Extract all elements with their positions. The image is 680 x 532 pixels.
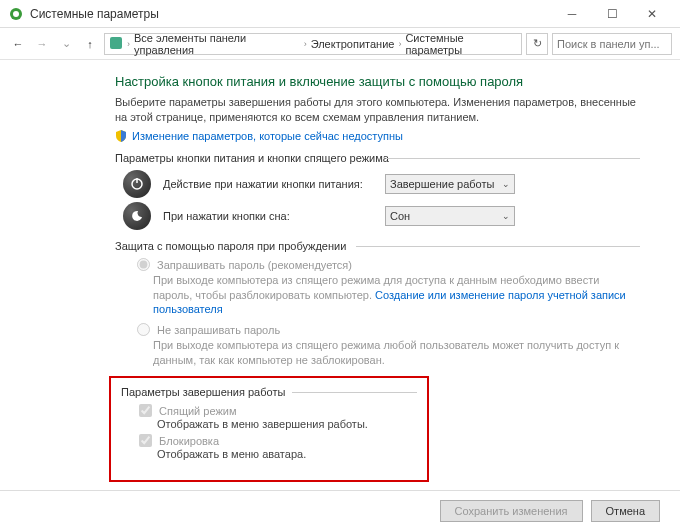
sleep-button-dropdown[interactable]: Сон⌄ xyxy=(385,206,515,226)
back-button[interactable]: ← xyxy=(8,34,28,54)
page-intro: Выберите параметры завершения работы для… xyxy=(115,95,640,126)
checkbox-sleep-desc: Отображать в меню завершения работы. xyxy=(157,418,417,430)
checkbox-lock: Блокировка xyxy=(139,434,417,447)
forward-button[interactable]: → xyxy=(32,34,52,54)
radio-no-password: Не запрашивать пароль xyxy=(137,323,640,336)
password-section-title: Защита с помощью пароля при пробуждении xyxy=(115,240,640,252)
recent-locations-icon[interactable]: ⌄ xyxy=(56,34,76,54)
power-icon xyxy=(123,170,151,198)
close-button[interactable]: ✕ xyxy=(632,0,672,28)
refresh-button[interactable]: ↻ xyxy=(526,33,548,55)
checkbox-lock-desc: Отображать в меню аватара. xyxy=(157,448,417,460)
radio-require-password-input xyxy=(137,258,150,271)
footer: Сохранить изменения Отмена xyxy=(0,490,680,530)
minimize-button[interactable]: ─ xyxy=(552,0,592,28)
sleep-icon xyxy=(123,202,151,230)
checkbox-lock-input xyxy=(139,434,152,447)
window-title: Системные параметры xyxy=(30,7,552,21)
radio-no-password-desc: При выходе компьютера из спящего режима … xyxy=(153,338,640,368)
checkbox-sleep: Спящий режим xyxy=(139,404,417,417)
search-input[interactable] xyxy=(552,33,672,55)
highlighted-region: Параметры завершения работы Спящий режим… xyxy=(109,376,429,482)
app-icon xyxy=(8,6,24,22)
radio-no-password-input xyxy=(137,323,150,336)
shield-icon xyxy=(115,130,127,142)
checkbox-sleep-input xyxy=(139,404,152,417)
chevron-down-icon: ⌄ xyxy=(502,179,510,189)
up-button[interactable]: ↑ xyxy=(80,34,100,54)
page-heading: Настройка кнопок питания и включение защ… xyxy=(115,74,640,89)
chevron-down-icon: ⌄ xyxy=(502,211,510,221)
admin-link[interactable]: Изменение параметров, которые сейчас нед… xyxy=(132,130,403,142)
crumb-system-settings[interactable]: Системные параметры xyxy=(405,32,517,56)
buttons-section-title: Параметры кнопки питания и кнопки спящег… xyxy=(115,152,640,164)
save-button[interactable]: Сохранить изменения xyxy=(440,500,583,522)
crumb-power-options[interactable]: Электропитание xyxy=(311,38,395,50)
chevron-right-icon: › xyxy=(304,39,307,49)
power-button-label: Действие при нажатии кнопки питания: xyxy=(163,178,373,190)
chevron-right-icon: › xyxy=(127,39,130,49)
maximize-button[interactable]: ☐ xyxy=(592,0,632,28)
nav-bar: ← → ⌄ ↑ › Все элементы панели управления… xyxy=(0,28,680,60)
power-button-dropdown[interactable]: Завершение работы⌄ xyxy=(385,174,515,194)
shutdown-section-title: Параметры завершения работы xyxy=(121,386,417,398)
svg-rect-2 xyxy=(110,37,122,49)
title-bar: Системные параметры ─ ☐ ✕ xyxy=(0,0,680,28)
sleep-button-label: При нажатии кнопки сна: xyxy=(163,210,373,222)
radio-require-password: Запрашивать пароль (рекомендуется) xyxy=(137,258,640,271)
content-area: Настройка кнопок питания и включение защ… xyxy=(0,60,680,490)
breadcrumb[interactable]: › Все элементы панели управления › Элект… xyxy=(104,33,522,55)
chevron-right-icon: › xyxy=(398,39,401,49)
cancel-button[interactable]: Отмена xyxy=(591,500,660,522)
radio-require-password-desc: При выходе компьютера из спящего режима … xyxy=(153,273,640,318)
control-panel-icon xyxy=(109,36,123,52)
crumb-control-panel[interactable]: Все элементы панели управления xyxy=(134,32,300,56)
svg-point-1 xyxy=(13,11,19,17)
